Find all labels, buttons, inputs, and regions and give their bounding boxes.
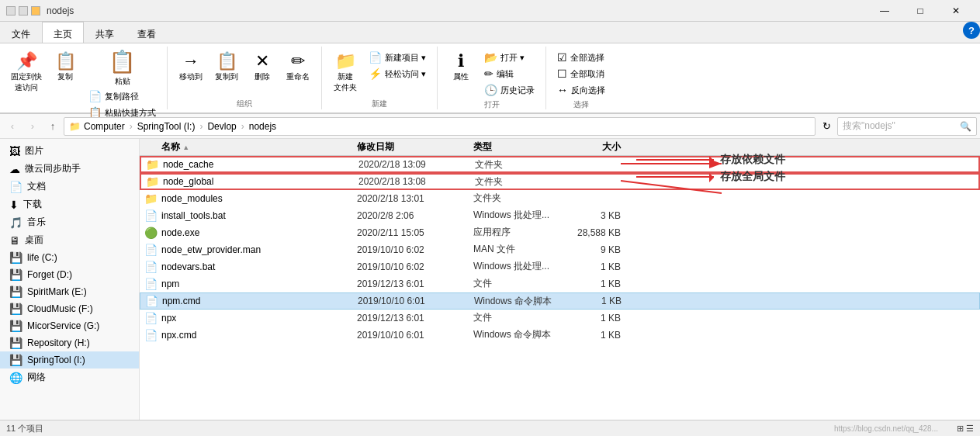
man-icon-node-etw: 📄 <box>140 244 161 256</box>
sidebar-item-music[interactable]: 🎵 音乐 <box>0 213 139 231</box>
invert-select-icon: ↔ <box>557 84 568 96</box>
history-button[interactable]: 🕒 历史记录 <box>480 82 539 98</box>
new-item-button[interactable]: 📄 新建项目 ▾ <box>364 50 431 65</box>
view-icons[interactable]: ⊞ ☰ <box>957 424 974 434</box>
new-folder-button[interactable]: 📁 新建文件夹 <box>328 50 362 96</box>
file-row-nodevars[interactable]: 📄 nodevars.bat 2019/10/10 6:02 Windows 批… <box>140 258 980 275</box>
file-icon-npx: 📄 <box>140 312 161 324</box>
properties-icon: ℹ <box>458 53 464 70</box>
pin-quick-access-button[interactable]: 📌 固定到快速访问 <box>6 50 47 96</box>
new-item-icon: 📄 <box>369 51 382 64</box>
title-controls: — □ ✕ <box>867 0 974 22</box>
tab-file[interactable]: 文件 <box>0 25 42 43</box>
sidebar-item-i[interactable]: 💾 SpringTool (I:) <box>0 351 139 369</box>
documents-icon: 📄 <box>9 181 23 193</box>
new-buttons: 📁 新建文件夹 📄 新建项目 ▾ ⚡ 轻松访问 ▾ <box>328 47 431 97</box>
copy-to-button[interactable]: 📋 复制到 <box>210 50 244 85</box>
file-row-node-global[interactable]: 📁 node_global 2020/2/18 13:08 文件夹 <box>140 173 980 190</box>
header-date[interactable]: 修改日期 <box>357 140 473 154</box>
tab-share[interactable]: 共享 <box>84 25 126 43</box>
search-icon[interactable]: 🔍 <box>960 121 971 132</box>
sidebar-label-g: MicorService (G:) <box>27 320 99 331</box>
organize-label: 组织 <box>237 97 252 109</box>
properties-button[interactable]: ℹ 属性 <box>444 50 478 85</box>
maximize-button[interactable]: □ <box>902 0 938 22</box>
header-type[interactable]: 类型 <box>473 140 566 154</box>
paste-button[interactable]: 📋 <box>106 50 139 76</box>
sidebar-item-network[interactable]: 🌐 网络 <box>0 369 139 386</box>
file-name-npx-cmd: npx.cmd <box>161 330 357 341</box>
file-area: 名称 ▲ 修改日期 类型 大小 📁 node_cache 2020/2/18 1… <box>140 139 980 420</box>
sidebar-item-weiyun[interactable]: ☁ 微云同步助手 <box>0 160 139 178</box>
sidebar-item-downloads[interactable]: ⬇ 下载 <box>0 196 139 213</box>
header-name[interactable]: 名称 ▲ <box>140 140 357 154</box>
select-all-button[interactable]: ☑ 全部选择 <box>552 50 610 65</box>
minimize-button[interactable]: — <box>867 0 902 22</box>
sidebar-item-pictures[interactable]: 🖼 图片 <box>0 142 139 160</box>
ribbon-content: 📌 固定到快速访问 📋 复制 📋 粘贴 📄 复制路径 <box>0 43 980 113</box>
item-count: 11 个项目 <box>6 423 43 434</box>
sidebar-item-desktop[interactable]: 🖥 桌面 <box>0 231 139 249</box>
header-size[interactable]: 大小 <box>566 140 629 154</box>
delete-button[interactable]: ✕ 删除 <box>245 50 279 85</box>
file-row-install-tools[interactable]: 📄 install_tools.bat 2020/2/8 2:06 Window… <box>140 207 980 224</box>
tab-view[interactable]: 查看 <box>126 25 168 43</box>
file-row-node-modules[interactable]: 📁 node_modules 2020/2/18 13:01 文件夹 <box>140 190 980 207</box>
title-bar: nodejs — □ ✕ <box>0 0 980 22</box>
ribbon-group-open: ℹ 属性 📂 打开 ▾ ✏ 编辑 🕒 历史记录 <box>438 47 546 109</box>
easy-access-button[interactable]: ⚡ 轻松访问 ▾ <box>364 66 431 81</box>
open-buttons: ℹ 属性 📂 打开 ▾ ✏ 编辑 🕒 历史记录 <box>444 47 539 98</box>
file-name-node-etw: node_etw_provider.man <box>161 244 357 255</box>
close-button[interactable]: ✕ <box>938 0 974 22</box>
file-row-npx-cmd[interactable]: 📄 npx.cmd 2019/10/10 6:01 Windows 命令脚本 1… <box>140 327 980 344</box>
copy-path-button[interactable]: 📄 复制路径 <box>84 88 161 104</box>
drive-e-icon: 💾 <box>9 285 23 298</box>
sidebar-item-h[interactable]: 💾 Repository (H:) <box>0 334 139 351</box>
copy-button[interactable]: 📋 复制 <box>48 50 82 85</box>
sidebar-item-c[interactable]: 💾 life (C:) <box>0 249 139 266</box>
edit-button[interactable]: ✏ 编辑 <box>480 66 539 81</box>
deselect-all-button[interactable]: ☐ 全部取消 <box>552 66 610 81</box>
sidebar-item-g[interactable]: 💾 MicorService (G:) <box>0 317 139 334</box>
refresh-button[interactable]: ↻ <box>817 117 836 136</box>
file-type-node-cache: 文件夹 <box>475 158 568 171</box>
sidebar-item-d[interactable]: 💾 Forget (D:) <box>0 266 139 283</box>
breadcrumb-computer[interactable]: Computer <box>84 121 125 132</box>
help-button[interactable]: ? <box>963 22 980 39</box>
main-area: 🖼 图片 ☁ 微云同步助手 📄 文档 ⬇ 下载 🎵 音乐 🖥 桌面 💾 life… <box>0 139 980 420</box>
sidebar-item-f[interactable]: 💾 CloudMusic (F:) <box>0 300 139 317</box>
breadcrumb-nodejs[interactable]: nodejs <box>249 121 276 132</box>
open-button[interactable]: 📂 打开 ▾ <box>480 50 539 65</box>
sidebar-label-network: 网络 <box>27 371 46 384</box>
breadcrumb-devlop[interactable]: Devlop <box>207 121 236 132</box>
copy-path-icon: 📄 <box>88 90 102 102</box>
bat-icon-nodevars: 📄 <box>140 261 161 273</box>
tab-home[interactable]: 主页 <box>42 22 84 43</box>
search-bar[interactable]: 搜索"nodejs" 🔍 <box>837 117 977 136</box>
open-label: 打开 <box>484 98 500 110</box>
drive-d-icon: 💾 <box>9 268 23 281</box>
back-button[interactable]: ‹ <box>3 117 22 136</box>
folder-icon-node-modules: 📁 <box>140 192 161 205</box>
sidebar-item-e[interactable]: 💾 SpiritMark (E:) <box>0 283 139 300</box>
sidebar-item-documents[interactable]: 📄 文档 <box>0 178 139 196</box>
copy-to-icon: 📋 <box>216 53 237 70</box>
move-to-button[interactable]: → 移动到 <box>174 50 208 85</box>
file-row-node-exe[interactable]: 🟢 node.exe 2020/2/11 15:05 应用程序 28,588 K… <box>140 224 980 241</box>
file-row-npm[interactable]: 📄 npm 2019/12/13 6:01 文件 1 KB <box>140 275 980 292</box>
folder-icon-node-cache: 📁 <box>141 158 163 171</box>
rename-icon: ✏ <box>291 53 305 70</box>
forward-button[interactable]: › <box>23 117 42 136</box>
file-row-npx[interactable]: 📄 npx 2019/12/13 6:01 文件 1 KB <box>140 310 980 327</box>
file-row-node-cache[interactable]: 📁 node_cache 2020/2/18 13:09 文件夹 <box>140 156 980 173</box>
file-row-node-etw[interactable]: 📄 node_etw_provider.man 2019/10/10 6:02 … <box>140 241 980 258</box>
file-name-node-cache: node_cache <box>163 159 358 170</box>
up-button[interactable]: ↑ <box>43 117 62 136</box>
address-bar[interactable]: 📁 Computer › SpringTool (I:) › Devlop › … <box>64 117 816 136</box>
rename-button[interactable]: ✏ 重命名 <box>281 50 315 85</box>
sidebar-label-documents: 文档 <box>27 180 46 193</box>
file-row-npm-cmd[interactable]: 📄 npm.cmd 2019/10/10 6:01 Windows 命令脚本 1… <box>140 292 980 310</box>
breadcrumb-springtool[interactable]: SpringTool (I:) <box>137 121 196 132</box>
invert-select-button[interactable]: ↔ 反向选择 <box>552 82 610 98</box>
ribbon-group-select: ☑ 全部选择 ☐ 全部取消 ↔ 反向选择 选择 <box>546 47 616 109</box>
